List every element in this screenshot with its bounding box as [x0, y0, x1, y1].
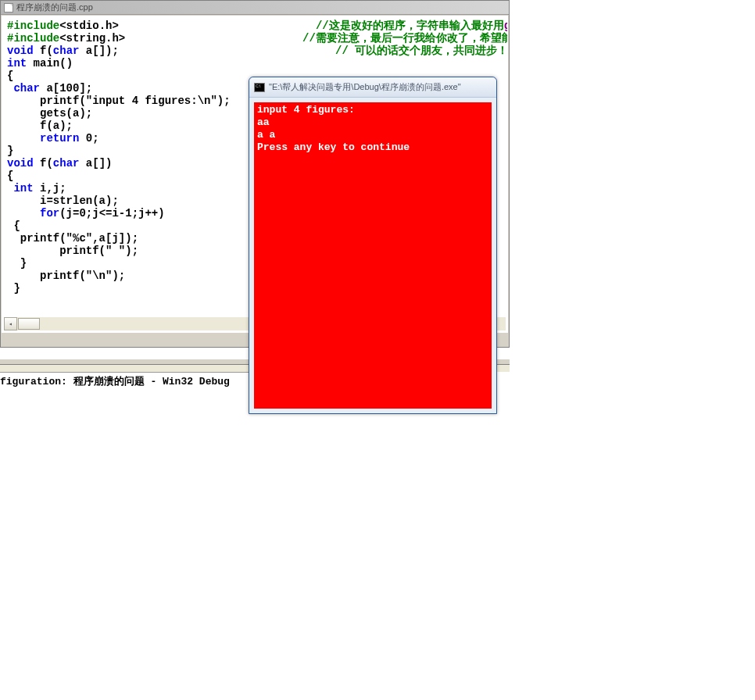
console-output[interactable]: input 4 figures: aa a a Press any key to… [254, 102, 492, 409]
comment: // 可以的话交个朋友，共同进步！ [335, 45, 508, 57]
build-config-text: figuration: 程序崩溃的问题 - Win32 Debug [0, 376, 230, 388]
console-line: Press any key to continue [257, 141, 488, 154]
code-text: { [7, 220, 20, 232]
console-line: input 4 figures: [257, 104, 488, 116]
console-icon [254, 83, 265, 92]
code-text: f(a); [7, 120, 73, 132]
comment: //需要注意，最后一行我给你改了，希望能帮 [302, 32, 508, 45]
keyword: void [7, 157, 34, 170]
document-icon [4, 3, 13, 12]
code-text: <string.h> [59, 32, 125, 45]
keyword: void [7, 45, 34, 57]
keyword: char [53, 157, 80, 170]
keyword: for [7, 207, 59, 220]
code-text: <stdio.h> [59, 20, 119, 32]
keyword: return [7, 132, 79, 145]
code-text: f( [34, 45, 53, 57]
keyword: int [7, 182, 34, 195]
keyword: char [7, 82, 40, 95]
code-text: i,j; [34, 182, 66, 195]
keyword: char [53, 45, 80, 57]
console-line: a a [257, 129, 488, 141]
code-text: printf("%c",a[j]); [7, 232, 138, 245]
code-text: } [7, 145, 13, 157]
code-text: f( [34, 157, 53, 170]
console-window: "E:\帮人解决问题专用\Debug\程序崩溃的问题.exe" input 4 … [249, 77, 497, 414]
code-text: } [7, 282, 20, 295]
console-title-text: "E:\帮人解决问题专用\Debug\程序崩溃的问题.exe" [269, 81, 461, 93]
code-text: printf("\n"); [7, 270, 125, 282]
scroll-thumb[interactable] [18, 318, 40, 330]
ide-filename: 程序崩溃的问题.cpp [16, 2, 93, 13]
code-text: printf("input 4 figures:\n"); [7, 95, 231, 107]
comment-kw: gets [504, 20, 508, 32]
code-text: gets(a); [7, 107, 92, 120]
code-text: a[100]; [40, 82, 92, 95]
code-text: a[]); [79, 45, 118, 57]
code-text: { [7, 70, 13, 82]
keyword: int [7, 57, 27, 70]
code-text: printf(" "); [7, 245, 138, 257]
code-text: i=strlen(a); [7, 195, 119, 207]
preproc-kw: #include [7, 20, 59, 32]
code-text: { [7, 170, 13, 182]
code-text: a[]) [79, 157, 112, 170]
preproc-kw: #include [7, 32, 59, 45]
code-text: } [7, 257, 27, 270]
console-title-bar[interactable]: "E:\帮人解决问题专用\Debug\程序崩溃的问题.exe" [249, 77, 496, 98]
code-text: (j=0;j<=i-1;j++) [59, 207, 164, 220]
ide-title-bar[interactable]: 程序崩溃的问题.cpp [1, 1, 509, 15]
comment: //这是改好的程序，字符串输入最好用 [316, 20, 504, 32]
build-output-panel[interactable]: figuration: 程序崩溃的问题 - Win32 Debug [0, 372, 249, 389]
code-text: main() [27, 57, 73, 70]
scroll-left-button[interactable]: ◂ [4, 317, 17, 330]
console-line: aa [257, 116, 488, 129]
code-text: 0; [79, 132, 98, 145]
